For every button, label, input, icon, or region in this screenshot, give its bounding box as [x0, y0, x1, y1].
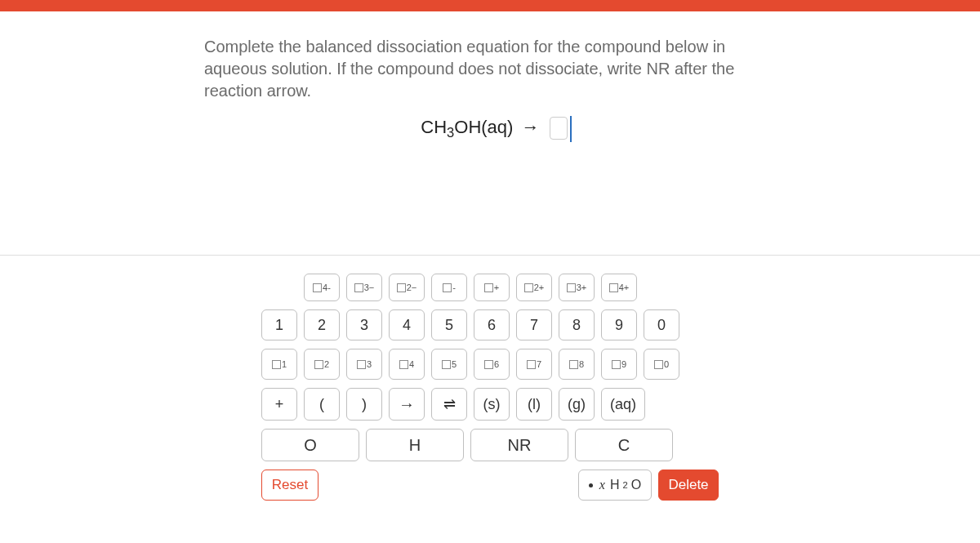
placeholder-icon: [484, 283, 493, 292]
charge-label: -: [452, 283, 456, 292]
equation-display: CH3OH(aq) →: [204, 117, 784, 140]
reset-button[interactable]: Reset: [261, 470, 318, 501]
state-liquid-button[interactable]: (l): [516, 388, 552, 421]
digit-5-button[interactable]: 5: [431, 309, 467, 340]
compound-suffix: OH(aq): [454, 117, 513, 137]
sub-label: 3: [367, 359, 372, 369]
subscript-6-button[interactable]: 6: [474, 349, 510, 380]
charge-2minus-button[interactable]: 2−: [389, 274, 425, 301]
x-h2o-button[interactable]: x H2O: [578, 470, 652, 501]
digit-1-button[interactable]: 1: [261, 309, 297, 340]
plus-button[interactable]: +: [261, 388, 297, 421]
placeholder-icon: [654, 360, 663, 369]
x-italic: x: [599, 478, 605, 492]
row-subscripts: 1 2 3 4 5 6 7 8 9 0: [261, 349, 719, 380]
placeholder-icon: [357, 360, 366, 369]
sub-label: 9: [621, 359, 626, 369]
placeholder-icon: [609, 283, 618, 292]
digit-2-button[interactable]: 2: [304, 309, 340, 340]
subscript-4-button[interactable]: 4: [389, 349, 425, 380]
charge-1minus-button[interactable]: -: [431, 274, 467, 301]
nr-button[interactable]: NR: [470, 429, 568, 461]
digit-7-button[interactable]: 7: [516, 309, 552, 340]
charge-label: 2−: [407, 283, 417, 292]
element-c-button[interactable]: C: [575, 429, 673, 461]
placeholder-icon: [399, 360, 408, 369]
subscript-3-button[interactable]: 3: [346, 349, 382, 380]
subscript-2-button[interactable]: 2: [304, 349, 340, 380]
state-solid-button[interactable]: (s): [474, 388, 510, 421]
subscript-7-button[interactable]: 7: [516, 349, 552, 380]
charge-label: 4+: [619, 283, 630, 292]
sub-label: 1: [282, 359, 287, 369]
digit-6-button[interactable]: 6: [474, 309, 510, 340]
row-charges: 4- 3− 2− - + 2+ 3+ 4+: [304, 274, 719, 301]
subscript-0-button[interactable]: 0: [644, 349, 679, 380]
digit-4-button[interactable]: 4: [389, 309, 425, 340]
element-h-button[interactable]: H: [366, 429, 464, 461]
sub-label: 7: [537, 359, 541, 369]
row-digits: 1 2 3 4 5 6 7 8 9 0: [261, 309, 719, 340]
charge-label: +: [494, 283, 499, 292]
row-operators: + ( ) → ⇌ (s) (l) (g) (aq): [261, 388, 719, 421]
charge-label: 4-: [323, 283, 331, 292]
sub-label: 4: [409, 359, 414, 369]
placeholder-icon: [484, 360, 493, 369]
compound-prefix: CH: [421, 117, 447, 137]
sub-label: 6: [494, 359, 499, 369]
equilibrium-arrow-button[interactable]: ⇌: [431, 388, 467, 421]
placeholder-icon: [527, 360, 536, 369]
placeholder-icon: [567, 283, 576, 292]
placeholder-icon: [524, 283, 533, 292]
digit-3-button[interactable]: 3: [346, 309, 382, 340]
placeholder-icon: [443, 283, 452, 292]
state-gas-button[interactable]: (g): [559, 388, 595, 421]
state-aqueous-button[interactable]: (aq): [601, 388, 645, 421]
sub-label: 5: [452, 359, 457, 369]
h2o-h: H: [610, 478, 620, 492]
charge-4plus-button[interactable]: 4+: [601, 274, 637, 301]
forward-arrow-button[interactable]: →: [389, 388, 425, 421]
digit-9-button[interactable]: 9: [601, 309, 637, 340]
element-o-button[interactable]: O: [261, 429, 359, 461]
header-bar: [0, 0, 980, 11]
answer-input[interactable]: [550, 117, 568, 140]
section-divider: [0, 255, 980, 256]
dot-icon: [589, 483, 593, 487]
lparen-button[interactable]: (: [304, 388, 340, 421]
charge-3minus-button[interactable]: 3−: [346, 274, 382, 301]
subscript-5-button[interactable]: 5: [431, 349, 467, 380]
question-text: Complete the balanced dissociation equat…: [204, 36, 784, 102]
sub-label: 2: [324, 359, 329, 369]
keypad: 4- 3− 2− - + 2+ 3+ 4+ 1 2 3 4 5 6 7 8 9 …: [261, 274, 719, 501]
content-area: Complete the balanced dissociation equat…: [0, 11, 980, 501]
placeholder-icon: [272, 360, 281, 369]
h2o-sub: 2: [622, 480, 627, 490]
charge-2plus-button[interactable]: 2+: [516, 274, 552, 301]
placeholder-icon: [313, 283, 322, 292]
placeholder-icon: [442, 360, 451, 369]
charge-4minus-button[interactable]: 4-: [304, 274, 340, 301]
charge-3plus-button[interactable]: 3+: [559, 274, 595, 301]
subscript-8-button[interactable]: 8: [559, 349, 595, 380]
charge-label: 3+: [577, 283, 587, 292]
rparen-button[interactable]: ): [346, 388, 382, 421]
delete-button[interactable]: Delete: [658, 470, 719, 501]
row-actions: Reset x H2O Delete: [261, 470, 719, 501]
question-block: Complete the balanced dissociation equat…: [196, 36, 784, 140]
sub-label: 8: [579, 359, 584, 369]
charge-label: 3−: [364, 283, 375, 292]
charge-label: 2+: [534, 283, 545, 292]
text-cursor: [570, 116, 572, 142]
placeholder-icon: [569, 360, 578, 369]
placeholder-icon: [612, 360, 621, 369]
charge-1plus-button[interactable]: +: [474, 274, 510, 301]
subscript-1-button[interactable]: 1: [261, 349, 297, 380]
placeholder-icon: [397, 283, 406, 292]
subscript-9-button[interactable]: 9: [601, 349, 637, 380]
digit-8-button[interactable]: 8: [559, 309, 595, 340]
digit-0-button[interactable]: 0: [644, 309, 679, 340]
sub-label: 0: [664, 359, 669, 369]
placeholder-icon: [354, 283, 363, 292]
h2o-o: O: [631, 478, 641, 492]
